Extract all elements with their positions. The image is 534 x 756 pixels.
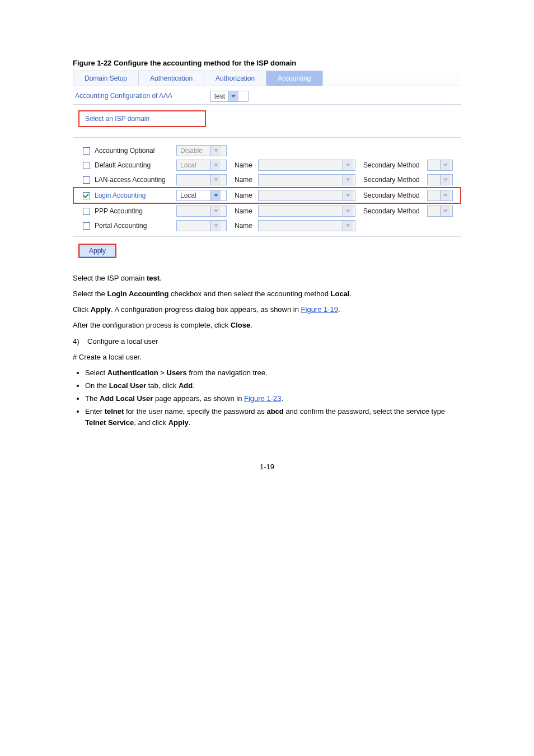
label-portal-accounting: Portal Accounting: [95, 222, 172, 230]
page-number: 1-19: [73, 463, 461, 471]
tab-domain-setup[interactable]: Domain Setup: [73, 71, 139, 86]
select-default-secondary[interactable]: [427, 160, 453, 171]
select-lan-name[interactable]: [258, 174, 355, 185]
select-ppp-name[interactable]: [258, 206, 355, 217]
steps-list: Select Authentication > Users from the n…: [85, 367, 461, 429]
chevron-down-icon: [440, 206, 450, 216]
chevron-down-icon: [228, 91, 238, 101]
isp-domain-label: Select an ISP domain: [85, 115, 149, 123]
select-portal-name[interactable]: [258, 220, 355, 231]
select-portal-primary[interactable]: [176, 220, 227, 231]
label-lan-accounting: LAN-access Accounting: [95, 176, 172, 184]
chevron-down-icon: [210, 175, 221, 185]
tab-authentication[interactable]: Authentication: [138, 71, 204, 86]
row-lan-accounting: LAN-access Accounting Name Secondary Met…: [73, 172, 461, 187]
list-item: On the Local User tab, click Add.: [85, 380, 461, 391]
list-item: The Add Local User page appears, as show…: [85, 393, 461, 404]
label-name: Name: [231, 207, 254, 215]
checkbox-portal-accounting[interactable]: [83, 222, 90, 230]
label-secondary-method: Secondary Method: [360, 161, 423, 169]
link-figure-1-23[interactable]: Figure 1-23: [244, 394, 281, 403]
tab-accounting[interactable]: Accounting: [266, 71, 322, 86]
checkbox-ppp-accounting[interactable]: [83, 208, 90, 215]
select-login-secondary[interactable]: [427, 190, 453, 201]
rows-container: Accounting Optional Disable Default Acco…: [73, 143, 461, 233]
chevron-down-icon: [440, 160, 450, 170]
chevron-down-icon: [343, 175, 353, 185]
apply-highlight: Apply: [78, 244, 116, 258]
checkbox-login-accounting[interactable]: [83, 192, 90, 199]
select-login-primary[interactable]: Local: [176, 190, 227, 201]
label-accounting-optional: Accounting Optional: [95, 147, 172, 155]
label-name: Name: [231, 222, 254, 230]
figure-label: Figure 1-22 Configure the accounting met…: [73, 59, 461, 67]
select-lan-secondary[interactable]: [427, 174, 453, 185]
chevron-down-icon: [210, 221, 221, 231]
config-panel: Select an ISP domain test Accounting Opt…: [73, 104, 461, 237]
chevron-down-icon: [210, 206, 221, 216]
label-ppp-accounting: PPP Accounting: [95, 207, 172, 215]
screenshot-container: Domain Setup Authentication Authorizatio…: [73, 71, 461, 258]
row-accounting-optional: Accounting Optional Disable: [73, 143, 461, 158]
chevron-down-icon: [343, 206, 353, 216]
list-item: Select Authentication > Users from the n…: [85, 367, 461, 379]
select-ppp-primary[interactable]: [176, 206, 227, 217]
chevron-down-icon: [440, 190, 450, 200]
link-figure-1-19[interactable]: Figure 1-19: [301, 305, 338, 314]
isp-domain-select[interactable]: test: [210, 91, 249, 102]
select-default-name[interactable]: [258, 160, 355, 171]
label-default-accounting: Default Accounting: [95, 161, 172, 169]
select-default-primary[interactable]: Local: [176, 160, 227, 171]
row-login-accounting: Login Accounting Local Name Secondary Me…: [73, 187, 461, 204]
row-ppp-accounting: PPP Accounting Name Secondary Method: [73, 204, 461, 218]
checkbox-accounting-optional[interactable]: [83, 147, 90, 155]
row-default-accounting: Default Accounting Local Name Secondary …: [73, 158, 461, 172]
label-name: Name: [231, 192, 254, 199]
chevron-down-icon: [343, 190, 353, 200]
list-item: Enter telnet for the user name, specify …: [85, 406, 461, 428]
checkbox-lan-accounting[interactable]: [83, 176, 90, 184]
checkbox-default-accounting[interactable]: [83, 162, 90, 169]
select-lan-primary[interactable]: [176, 174, 227, 185]
panel-title: Accounting Configuration of AAA: [73, 86, 461, 104]
chevron-down-icon: [210, 190, 221, 200]
label-login-accounting: Login Accounting: [95, 192, 172, 199]
select-optional-primary[interactable]: Disable: [176, 145, 227, 156]
label-secondary-method: Secondary Method: [360, 192, 423, 199]
chevron-down-icon: [210, 146, 221, 156]
label-secondary-method: Secondary Method: [360, 207, 423, 215]
label-secondary-method: Secondary Method: [360, 176, 423, 184]
isp-domain-row: Select an ISP domain: [78, 110, 206, 127]
instruction-text: Select the ISP domain test. Select the L…: [73, 273, 461, 429]
chevron-down-icon: [440, 175, 450, 185]
chevron-down-icon: [343, 160, 353, 170]
label-name: Name: [231, 176, 254, 184]
label-name: Name: [231, 161, 254, 169]
tabs-bar: Domain Setup Authentication Authorizatio…: [73, 71, 461, 86]
row-portal-accounting: Portal Accounting Name: [73, 218, 461, 233]
tab-authorization[interactable]: Authorization: [204, 71, 266, 86]
chevron-down-icon: [210, 160, 221, 170]
select-ppp-secondary[interactable]: [427, 206, 453, 217]
apply-button[interactable]: Apply: [79, 245, 115, 257]
select-login-name[interactable]: [258, 190, 355, 201]
chevron-down-icon: [343, 221, 353, 231]
